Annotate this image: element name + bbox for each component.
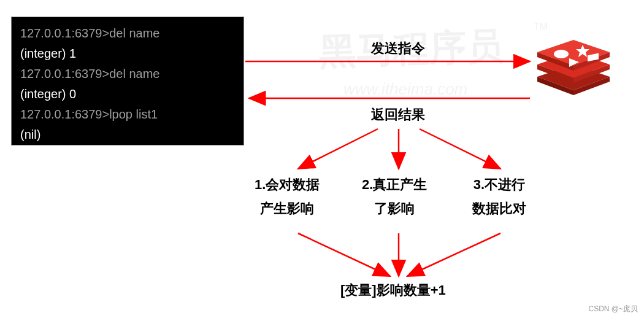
cmd: del name <box>109 26 159 40</box>
watermark-url: www.itheima.com <box>343 80 467 99</box>
prompt: 127.0.0.1:6379> <box>20 67 109 80</box>
credit-text: CSDN @~庞贝 <box>588 304 638 314</box>
result-label: [变量]影响数量+1 <box>340 281 446 300</box>
svg-line-18 <box>298 233 390 276</box>
redis-logo-icon <box>534 34 613 98</box>
terminal-output: (integer) 0 <box>20 84 235 104</box>
branch-1-line1: 1.会对数据 <box>255 173 320 197</box>
svg-point-9 <box>554 50 569 58</box>
prompt: 127.0.0.1:6379> <box>20 107 109 121</box>
svg-line-15 <box>298 129 378 169</box>
svg-line-17 <box>420 129 500 169</box>
terminal-window: 127.0.0.1:6379>del name (integer) 1 127.… <box>11 17 244 145</box>
watermark-tm: TM <box>534 21 548 33</box>
branch-3-line1: 3.不进行 <box>472 173 526 197</box>
branch-3-line2: 数据比对 <box>472 197 526 221</box>
cmd: lpop list1 <box>109 107 158 121</box>
branch-2-line1: 2.真正产生 <box>362 173 427 197</box>
branch-1: 1.会对数据 产生影响 <box>255 173 320 220</box>
branch-1-line2: 产生影响 <box>255 197 320 221</box>
branch-3: 3.不进行 数据比对 <box>472 173 526 220</box>
branch-2-line2: 了影响 <box>362 197 427 221</box>
branch-2: 2.真正产生 了影响 <box>362 173 427 220</box>
terminal-line: 127.0.0.1:6379>del name <box>20 23 235 44</box>
label-return-result: 返回结果 <box>371 106 425 124</box>
prompt: 127.0.0.1:6379> <box>20 26 109 40</box>
svg-line-20 <box>407 233 500 276</box>
cmd: del name <box>109 67 159 80</box>
terminal-output: (nil) <box>20 125 235 145</box>
label-send-command: 发送指令 <box>371 39 425 58</box>
terminal-output: (integer) 1 <box>20 44 235 64</box>
terminal-line: 127.0.0.1:6379>del name <box>20 64 235 84</box>
terminal-line: 127.0.0.1:6379>lpop list1 <box>20 104 235 125</box>
